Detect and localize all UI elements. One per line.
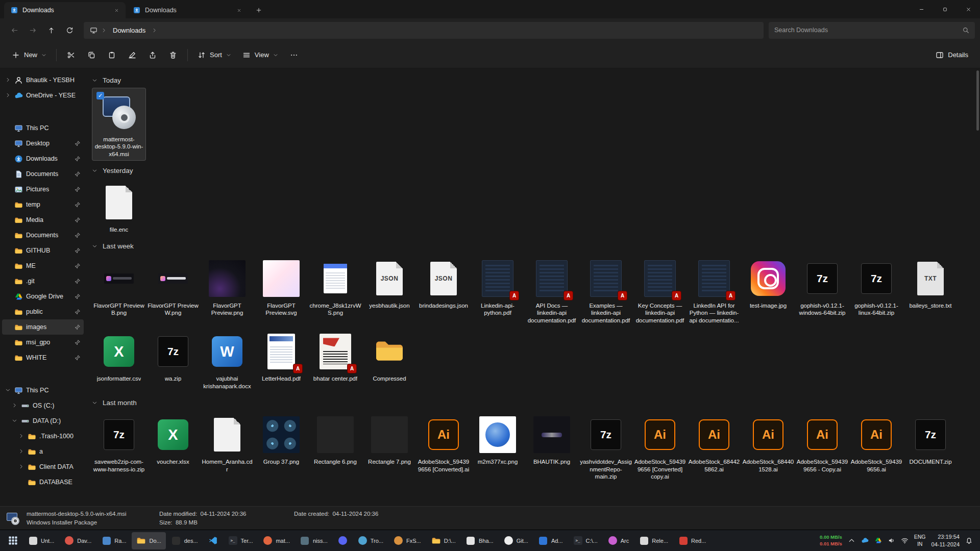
sidebar-item-a[interactable]: a bbox=[2, 444, 84, 459]
file-list-area[interactable]: Today✓mattermost-desktop-5.9.0-win-x64.m… bbox=[86, 68, 980, 506]
file-tile[interactable]: ✓mattermost-desktop-5.9.0-win-x64.msi bbox=[92, 88, 146, 161]
file-tile[interactable]: Xjsonformatter.csv bbox=[92, 327, 146, 393]
net-speed-widget[interactable]: 0.00 MB/s 0.01 MB/s bbox=[820, 534, 842, 547]
taskbar-item-d[interactable]: D:\... bbox=[427, 532, 460, 549]
close-button[interactable] bbox=[957, 0, 980, 18]
file-tile[interactable]: AiAdobeStock_594399656 [Converted] copy.… bbox=[633, 410, 687, 483]
file-tile[interactable]: ALinkedin-api-python.pdf bbox=[471, 254, 525, 327]
clock[interactable]: 23:19:54 04-11-2024 bbox=[932, 533, 960, 548]
sidebar-item-images[interactable]: images bbox=[2, 319, 84, 335]
back-button[interactable] bbox=[5, 22, 23, 38]
sidebar-item-media[interactable]: Media bbox=[2, 212, 84, 228]
sidebar-item-client-data[interactable]: Client DATA bbox=[2, 459, 84, 474]
sidebar-item-msi-gpo[interactable]: msi_gpo bbox=[2, 335, 84, 350]
tab-1[interactable]: Downloads bbox=[4, 2, 126, 18]
taskbar-item-des[interactable]: des... bbox=[167, 532, 203, 549]
taskbar-item-bha[interactable]: Bha... bbox=[461, 532, 498, 549]
taskbar-item-circle[interactable] bbox=[333, 532, 352, 549]
chevron-up-icon[interactable] bbox=[848, 537, 855, 544]
file-tile[interactable]: JSONyesbhautik.json bbox=[362, 254, 416, 327]
delete-button[interactable] bbox=[163, 46, 183, 64]
file-tile[interactable]: Rectangle 6.png bbox=[308, 410, 362, 483]
sidebar-item-github[interactable]: GITHUB bbox=[2, 243, 84, 258]
file-tile[interactable]: AAPI Docs — linkedin-api documentation.p… bbox=[525, 254, 579, 327]
more-options-button[interactable] bbox=[284, 46, 304, 64]
file-tile[interactable]: Abhatar center.pdf bbox=[308, 327, 362, 393]
sidebar-item-me[interactable]: ME bbox=[2, 258, 84, 273]
taskbar-item-vscode[interactable] bbox=[204, 532, 223, 549]
taskbar-item-arc[interactable]: Arc bbox=[603, 532, 634, 549]
sidebar-item-trash-1000[interactable]: .Trash-1000 bbox=[2, 429, 84, 444]
taskbar-item-red[interactable]: Red... bbox=[674, 532, 710, 549]
file-tile[interactable]: 7zyashvidotdev_AssignmentRepo-main.zip bbox=[579, 410, 633, 483]
taskbar-item-rele[interactable]: Rele... bbox=[634, 532, 673, 549]
file-tile[interactable]: TXTbaileys_store.txt bbox=[903, 254, 958, 327]
group-header-last-week[interactable]: Last week bbox=[92, 239, 977, 254]
taskbar-item-tro[interactable]: Tro... bbox=[353, 532, 388, 549]
volume-icon[interactable] bbox=[888, 537, 895, 544]
sidebar-item-downloads[interactable]: Downloads bbox=[2, 151, 84, 166]
forward-button[interactable] bbox=[23, 22, 42, 38]
file-tile[interactable]: 7zwa.zip bbox=[146, 327, 200, 393]
sidebar-item-onedrive-yese[interactable]: OneDrive - YESE bbox=[2, 88, 84, 103]
file-tile[interactable]: AExamples — linkedin-api documentation.p… bbox=[579, 254, 633, 327]
file-tile[interactable]: chrome_J8sk1zrvWS.png bbox=[308, 254, 362, 327]
maximize-button[interactable] bbox=[933, 0, 957, 18]
onedrive-icon[interactable] bbox=[861, 537, 869, 544]
chevron-right-icon[interactable] bbox=[12, 403, 18, 409]
chevron-down-icon[interactable] bbox=[5, 387, 11, 393]
file-tile[interactable]: AiAdobeStock_684425862.ai bbox=[687, 410, 741, 483]
notification-bell-icon[interactable] bbox=[965, 537, 973, 544]
taskbar-item-ter[interactable]: >_Ter... bbox=[224, 532, 258, 549]
taskbar-item-dav[interactable]: Dav... bbox=[60, 532, 96, 549]
view-button[interactable]: View bbox=[237, 46, 284, 64]
sidebar-item-data-d[interactable]: DATA (D:) bbox=[2, 413, 84, 429]
file-tile[interactable]: test-image.jpg bbox=[741, 254, 795, 327]
sidebar-item-documents[interactable]: Documents bbox=[2, 166, 84, 182]
file-tile[interactable]: 7zgophish-v0.12.1-linux-64bit.zip bbox=[849, 254, 903, 327]
file-tile[interactable]: FlavorGPT Preview.png bbox=[200, 254, 254, 327]
sidebar-item-documents[interactable]: Documents bbox=[2, 228, 84, 243]
sidebar-item-desktop[interactable]: Desktop bbox=[2, 136, 84, 151]
rename-button[interactable] bbox=[122, 46, 142, 64]
tab-close-icon[interactable] bbox=[111, 5, 121, 15]
share-button[interactable] bbox=[142, 46, 163, 64]
sidebar-item-public[interactable]: public bbox=[2, 304, 84, 319]
chevron-right-icon[interactable] bbox=[18, 448, 24, 455]
file-tile[interactable]: 7zsaveweb2zip-com-www-harness-io.zip bbox=[92, 410, 146, 483]
tab-close-icon[interactable] bbox=[234, 5, 244, 15]
details-button[interactable]: Details bbox=[930, 46, 974, 64]
search-input[interactable] bbox=[774, 27, 958, 34]
refresh-button[interactable] bbox=[60, 22, 79, 38]
file-tile[interactable]: file.enc bbox=[92, 178, 146, 236]
file-tile[interactable]: FlavorGPT Preview W.png bbox=[146, 254, 200, 327]
vertical-scrollbar[interactable] bbox=[976, 70, 979, 131]
wifi-icon[interactable] bbox=[901, 537, 909, 544]
cut-button[interactable] bbox=[61, 46, 81, 64]
chevron-right-icon[interactable] bbox=[18, 464, 24, 470]
new-tab-button[interactable] bbox=[251, 3, 266, 18]
file-tile[interactable]: AiAdobeStock_594399656 [Converted].ai bbox=[416, 410, 471, 483]
address-bar[interactable]: Downloads bbox=[84, 22, 764, 39]
minimize-button[interactable] bbox=[910, 0, 933, 18]
file-tile[interactable]: FlavorGPT Preview B.png bbox=[92, 254, 146, 327]
sidebar-item-os-c[interactable]: OS (C:) bbox=[2, 398, 84, 413]
tab-2[interactable]: Downloads bbox=[127, 2, 248, 18]
sidebar-item-pictures[interactable]: Pictures bbox=[2, 182, 84, 197]
file-tile[interactable]: ALinkedIn API for Python — linkedin-api … bbox=[687, 254, 741, 327]
taskbar-item-git[interactable]: Git... bbox=[499, 532, 533, 549]
chevron-right-icon[interactable] bbox=[5, 92, 11, 98]
copy-button[interactable] bbox=[81, 46, 102, 64]
file-tile[interactable]: FlavorGPT Preview.svg bbox=[254, 254, 308, 327]
file-tile[interactable]: AKey Concepts — linkedin-api documentati… bbox=[633, 254, 687, 327]
sidebar-item-this-pc[interactable]: This PC bbox=[2, 383, 84, 398]
taskbar-item-ad[interactable]: Ad... bbox=[534, 532, 568, 549]
chevron-right-icon[interactable] bbox=[5, 77, 11, 83]
group-header-last-month[interactable]: Last month bbox=[92, 395, 977, 410]
file-tile[interactable]: 7zgophish-v0.12.1-windows-64bit.zip bbox=[795, 254, 849, 327]
file-tile[interactable]: Compressed bbox=[362, 327, 416, 393]
file-tile[interactable]: Rectangle 7.png bbox=[362, 410, 416, 483]
file-tile[interactable]: ALetterHead.pdf bbox=[254, 327, 308, 393]
sort-button[interactable]: Sort bbox=[192, 46, 237, 64]
taskbar-item-fxs[interactable]: FxS... bbox=[389, 532, 426, 549]
